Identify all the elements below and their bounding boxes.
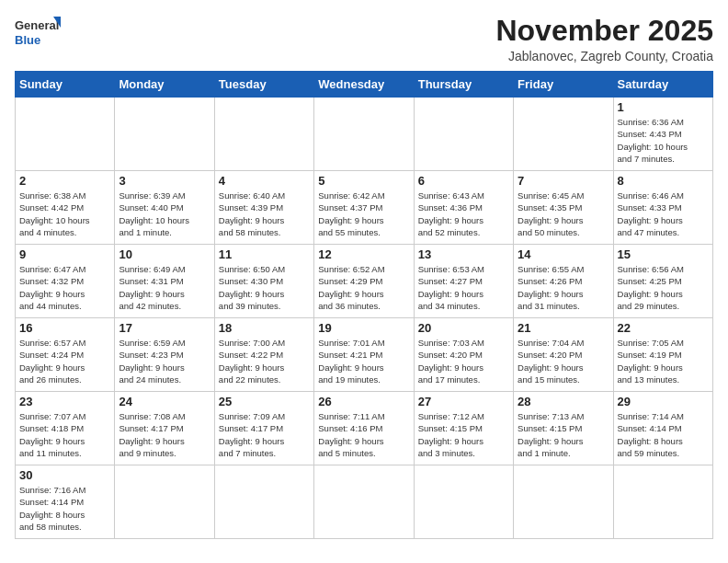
day-info: Sunrise: 7:01 AM Sunset: 4:21 PM Dayligh… (318, 337, 409, 385)
calendar-cell: 13Sunrise: 6:53 AM Sunset: 4:27 PM Dayli… (414, 245, 513, 318)
calendar-table: SundayMondayTuesdayWednesdayThursdayFrid… (15, 71, 713, 539)
calendar-cell: 27Sunrise: 7:12 AM Sunset: 4:15 PM Dayli… (414, 392, 513, 465)
day-info: Sunrise: 7:08 AM Sunset: 4:17 PM Dayligh… (119, 410, 210, 459)
page-header: General Blue November 2025 Jablanovec, Z… (15, 15, 713, 63)
calendar-cell: 11Sunrise: 6:50 AM Sunset: 4:30 PM Dayli… (214, 245, 313, 318)
day-number: 14 (518, 247, 609, 261)
day-info: Sunrise: 6:59 AM Sunset: 4:23 PM Dayligh… (119, 337, 210, 385)
day-number: 15 (618, 247, 709, 261)
day-info: Sunrise: 6:53 AM Sunset: 4:27 PM Dayligh… (418, 263, 509, 312)
day-number: 7 (518, 174, 609, 188)
day-info: Sunrise: 7:14 AM Sunset: 4:14 PM Dayligh… (618, 410, 709, 459)
day-number: 3 (119, 174, 210, 188)
day-number: 22 (618, 321, 709, 335)
day-number: 26 (318, 395, 409, 408)
day-info: Sunrise: 7:09 AM Sunset: 4:17 PM Dayligh… (219, 410, 310, 459)
calendar-cell: 3Sunrise: 6:39 AM Sunset: 4:40 PM Daylig… (115, 171, 214, 245)
calendar-cell: 15Sunrise: 6:56 AM Sunset: 4:25 PM Dayli… (613, 245, 712, 318)
day-info: Sunrise: 7:03 AM Sunset: 4:20 PM Dayligh… (418, 337, 509, 385)
logo-svg: General Blue (15, 15, 61, 53)
day-info: Sunrise: 6:57 AM Sunset: 4:24 PM Dayligh… (19, 337, 110, 385)
calendar-cell: 21Sunrise: 7:04 AM Sunset: 4:20 PM Dayli… (514, 318, 613, 392)
calendar-cell: 5Sunrise: 6:42 AM Sunset: 4:37 PM Daylig… (314, 171, 414, 245)
day-number: 11 (219, 247, 310, 261)
logo: General Blue (15, 15, 61, 53)
location-subtitle: Jablanovec, Zagreb County, Croatia (495, 49, 713, 63)
calendar-cell: 16Sunrise: 6:57 AM Sunset: 4:24 PM Dayli… (16, 318, 115, 392)
week-row-1: 2Sunrise: 6:38 AM Sunset: 4:42 PM Daylig… (16, 171, 713, 245)
calendar-cell: 1Sunrise: 6:36 AM Sunset: 4:43 PM Daylig… (613, 98, 712, 171)
day-info: Sunrise: 6:49 AM Sunset: 4:31 PM Dayligh… (119, 263, 210, 312)
day-number: 27 (418, 395, 509, 408)
calendar-cell: 29Sunrise: 7:14 AM Sunset: 4:14 PM Dayli… (613, 392, 712, 465)
weekday-header-friday: Friday (514, 72, 613, 98)
calendar-cell: 18Sunrise: 7:00 AM Sunset: 4:22 PM Dayli… (214, 318, 313, 392)
day-info: Sunrise: 6:43 AM Sunset: 4:36 PM Dayligh… (418, 190, 509, 238)
calendar-cell: 17Sunrise: 6:59 AM Sunset: 4:23 PM Dayli… (115, 318, 214, 392)
calendar-cell: 12Sunrise: 6:52 AM Sunset: 4:29 PM Dayli… (314, 245, 414, 318)
calendar-cell (115, 465, 214, 539)
calendar-cell: 4Sunrise: 6:40 AM Sunset: 4:39 PM Daylig… (214, 171, 313, 245)
calendar-cell: 26Sunrise: 7:11 AM Sunset: 4:16 PM Dayli… (314, 392, 414, 465)
calendar-cell: 14Sunrise: 6:55 AM Sunset: 4:26 PM Dayli… (514, 245, 613, 318)
day-number: 29 (618, 395, 709, 408)
day-number: 21 (518, 321, 609, 335)
title-block: November 2025 Jablanovec, Zagreb County,… (495, 15, 713, 63)
calendar-cell: 30Sunrise: 7:16 AM Sunset: 4:14 PM Dayli… (16, 465, 115, 539)
calendar-cell (16, 98, 115, 171)
calendar-cell: 28Sunrise: 7:13 AM Sunset: 4:15 PM Dayli… (514, 392, 613, 465)
weekday-header-tuesday: Tuesday (214, 72, 313, 98)
day-number: 1 (618, 100, 709, 114)
calendar-cell: 7Sunrise: 6:45 AM Sunset: 4:35 PM Daylig… (514, 171, 613, 245)
day-number: 8 (618, 174, 709, 188)
day-info: Sunrise: 6:45 AM Sunset: 4:35 PM Dayligh… (518, 190, 609, 238)
calendar-cell: 25Sunrise: 7:09 AM Sunset: 4:17 PM Dayli… (214, 392, 313, 465)
week-row-2: 9Sunrise: 6:47 AM Sunset: 4:32 PM Daylig… (16, 245, 713, 318)
day-number: 19 (318, 321, 409, 335)
calendar-cell: 2Sunrise: 6:38 AM Sunset: 4:42 PM Daylig… (16, 171, 115, 245)
weekday-header-wednesday: Wednesday (314, 72, 414, 98)
day-number: 4 (219, 174, 310, 188)
day-info: Sunrise: 7:13 AM Sunset: 4:15 PM Dayligh… (518, 410, 609, 459)
weekday-header-saturday: Saturday (613, 72, 712, 98)
day-info: Sunrise: 7:05 AM Sunset: 4:19 PM Dayligh… (618, 337, 709, 385)
day-info: Sunrise: 6:47 AM Sunset: 4:32 PM Dayligh… (19, 263, 110, 312)
calendar-cell (414, 98, 513, 171)
day-info: Sunrise: 6:38 AM Sunset: 4:42 PM Dayligh… (19, 190, 110, 238)
week-row-4: 23Sunrise: 7:07 AM Sunset: 4:18 PM Dayli… (16, 392, 713, 465)
day-info: Sunrise: 6:50 AM Sunset: 4:30 PM Dayligh… (219, 263, 310, 312)
day-info: Sunrise: 6:39 AM Sunset: 4:40 PM Dayligh… (119, 190, 210, 238)
week-row-3: 16Sunrise: 6:57 AM Sunset: 4:24 PM Dayli… (16, 318, 713, 392)
day-info: Sunrise: 6:55 AM Sunset: 4:26 PM Dayligh… (518, 263, 609, 312)
calendar-cell (214, 465, 313, 539)
weekday-header-monday: Monday (115, 72, 214, 98)
weekday-header-sunday: Sunday (16, 72, 115, 98)
day-number: 28 (518, 395, 609, 408)
calendar-cell: 6Sunrise: 6:43 AM Sunset: 4:36 PM Daylig… (414, 171, 513, 245)
svg-text:General: General (15, 18, 59, 32)
month-title: November 2025 (495, 15, 713, 47)
calendar-cell (514, 98, 613, 171)
day-number: 24 (119, 395, 210, 408)
day-number: 6 (418, 174, 509, 188)
week-row-0: 1Sunrise: 6:36 AM Sunset: 4:43 PM Daylig… (16, 98, 713, 171)
day-info: Sunrise: 7:00 AM Sunset: 4:22 PM Dayligh… (219, 337, 310, 385)
day-number: 2 (19, 174, 110, 188)
calendar-cell (613, 465, 712, 539)
weekday-header-thursday: Thursday (414, 72, 513, 98)
day-info: Sunrise: 6:40 AM Sunset: 4:39 PM Dayligh… (219, 190, 310, 238)
day-number: 20 (418, 321, 509, 335)
calendar-cell: 8Sunrise: 6:46 AM Sunset: 4:33 PM Daylig… (613, 171, 712, 245)
week-row-5: 30Sunrise: 7:16 AM Sunset: 4:14 PM Dayli… (16, 465, 713, 539)
calendar-cell (314, 465, 414, 539)
day-info: Sunrise: 7:16 AM Sunset: 4:14 PM Dayligh… (19, 484, 110, 533)
day-info: Sunrise: 7:07 AM Sunset: 4:18 PM Dayligh… (19, 410, 110, 459)
calendar-cell: 24Sunrise: 7:08 AM Sunset: 4:17 PM Dayli… (115, 392, 214, 465)
calendar-cell (314, 98, 414, 171)
day-info: Sunrise: 7:11 AM Sunset: 4:16 PM Dayligh… (318, 410, 409, 459)
day-info: Sunrise: 6:52 AM Sunset: 4:29 PM Dayligh… (318, 263, 409, 312)
calendar-cell: 19Sunrise: 7:01 AM Sunset: 4:21 PM Dayli… (314, 318, 414, 392)
day-info: Sunrise: 7:12 AM Sunset: 4:15 PM Dayligh… (418, 410, 509, 459)
svg-text:Blue: Blue (15, 33, 40, 47)
calendar-cell (514, 465, 613, 539)
